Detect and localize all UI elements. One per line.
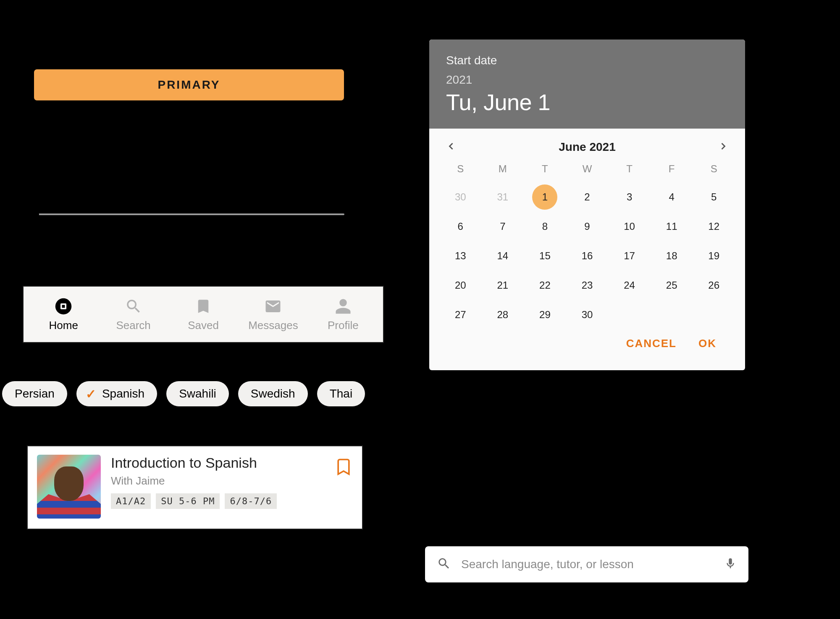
nav-item-home[interactable]: Home [29,297,98,332]
lesson-card[interactable]: Introduction to Spanish With Jaime A1/A2… [27,445,363,529]
nav-label: Home [49,319,78,332]
language-chips: Persian ✓ Spanish Swahili Swedish Thai [2,381,365,407]
mail-icon [264,297,282,316]
date-picker-actions: CANCEL OK [439,329,735,363]
nav-item-saved[interactable]: Saved [168,297,238,332]
calendar-day[interactable]: 29 [524,300,566,329]
calendar-day[interactable]: 14 [482,241,524,271]
search-icon [124,297,143,316]
calendar-day[interactable]: 18 [651,241,693,271]
calendar-day[interactable]: 21 [482,271,524,300]
calendar-day[interactable]: 27 [439,300,482,329]
slider-thumb[interactable] [28,209,39,220]
weekday: M [482,163,524,175]
calendar-day[interactable]: 6 [439,212,482,241]
calendar-day[interactable]: 25 [651,271,693,300]
weekday: T [608,163,651,175]
nav-label: Search [116,319,150,332]
ok-button[interactable]: OK [698,337,717,350]
cancel-button[interactable]: CANCEL [626,337,677,350]
calendar-day[interactable]: 15 [524,241,566,271]
chip-label: Spanish [102,387,144,400]
calendar-day[interactable]: 28 [482,300,524,329]
lesson-body: Introduction to Spanish With Jaime A1/A2… [111,455,353,509]
nav-item-profile[interactable]: Profile [308,297,378,332]
calendar-grid: 3031123456789101112131415161718192021222… [439,182,735,329]
chip-label: Swahili [179,387,216,400]
chip-label: Persian [15,387,55,400]
calendar-day[interactable]: 10 [608,212,651,241]
calendar-day[interactable]: 2 [566,182,609,212]
slider[interactable] [34,210,344,219]
calendar-day[interactable]: 7 [482,212,524,241]
home-icon [54,297,73,316]
nav-item-search[interactable]: Search [98,297,168,332]
month-label: June 2021 [559,140,615,154]
weekday: F [651,163,693,175]
bookmark-button[interactable] [334,456,353,477]
calendar-day[interactable]: 1 [532,184,557,210]
person-icon [334,297,352,316]
primary-button[interactable]: PRIMARY [34,69,344,101]
chip-label: Swedish [251,387,295,400]
date-picker-body: June 2021 S M T W T F S 3031123456789101… [429,129,745,370]
date-picker-selected-date: Tu, June 1 [446,89,728,115]
calendar-day[interactable]: 20 [439,271,482,300]
calendar-day[interactable]: 24 [608,271,651,300]
calendar-day[interactable]: 19 [693,241,735,271]
date-picker-label: Start date [446,54,728,67]
calendar-day[interactable]: 5 [693,182,735,212]
search-bar[interactable]: Search language, tutor, or lesson [425,546,748,582]
calendar-day[interactable]: 26 [693,271,735,300]
chip-spanish[interactable]: ✓ Spanish [76,381,158,407]
search-placeholder: Search language, tutor, or lesson [461,558,714,571]
slider-track [34,213,344,215]
lesson-subtitle: With Jaime [111,474,353,487]
nav-label: Profile [328,319,359,332]
check-icon: ✓ [86,387,96,401]
nav-item-messages[interactable]: Messages [238,297,308,332]
weekday: T [524,163,566,175]
calendar-day[interactable]: 17 [608,241,651,271]
nav-label: Saved [188,319,219,332]
calendar-day[interactable]: 11 [651,212,693,241]
calendar-day[interactable]: 4 [651,182,693,212]
chip-thai[interactable]: Thai [317,381,365,407]
lesson-tag: 6/8-7/6 [225,493,277,509]
svg-rect-2 [62,305,65,308]
lesson-tags: A1/A2 SU 5-6 PM 6/8-7/6 [111,493,353,509]
search-icon [437,556,451,572]
calendar-day[interactable]: 12 [693,212,735,241]
weekday: W [566,163,609,175]
next-month-button[interactable] [717,140,729,154]
prev-month-button[interactable] [445,140,457,154]
primary-button-label: PRIMARY [158,78,220,92]
month-nav: June 2021 [439,140,735,163]
chip-swedish[interactable]: Swedish [238,381,308,407]
lesson-tag: SU 5-6 PM [156,493,220,509]
calendar-day[interactable]: 23 [566,271,609,300]
weekday-row: S M T W T F S [439,163,735,175]
chip-label: Thai [330,387,352,400]
nav-label: Messages [248,319,298,332]
tutor-avatar [37,455,101,519]
calendar-day[interactable]: 13 [439,241,482,271]
weekday: S [439,163,482,175]
calendar-day[interactable]: 8 [524,212,566,241]
chip-persian[interactable]: Persian [2,381,68,407]
bottom-nav: Home Search Saved Messages Profile [23,286,384,343]
mic-icon[interactable] [724,557,737,572]
chip-swahili[interactable]: Swahili [166,381,229,407]
weekday: S [693,163,735,175]
calendar-day[interactable]: 16 [566,241,609,271]
calendar-day[interactable]: 30 [566,300,609,329]
date-picker: Start date 2021 Tu, June 1 June 2021 S M… [429,40,745,370]
calendar-day[interactable]: 3 [608,182,651,212]
calendar-day: 31 [482,182,524,212]
lesson-tag: A1/A2 [111,493,151,509]
calendar-day[interactable]: 9 [566,212,609,241]
bookmark-icon [194,297,213,316]
date-picker-year[interactable]: 2021 [446,73,728,87]
lesson-title: Introduction to Spanish [111,455,353,471]
calendar-day[interactable]: 22 [524,271,566,300]
